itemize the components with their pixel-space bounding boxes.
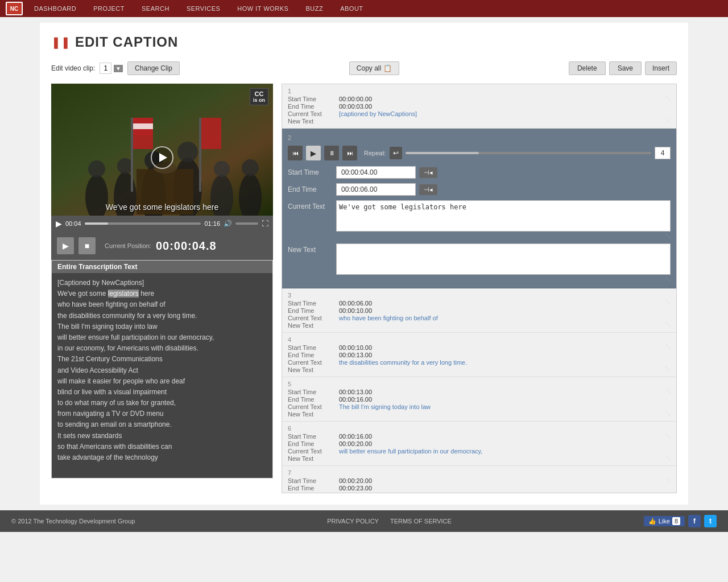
- resize-handle: ⋱: [665, 344, 671, 351]
- start-time-input[interactable]: [336, 166, 416, 179]
- repeat-back-button[interactable]: ↩: [390, 147, 402, 159]
- next-button[interactable]: ⏭: [342, 146, 357, 160]
- caption-num: 4: [288, 336, 671, 343]
- end-label: End Time: [288, 103, 339, 110]
- privacy-policy-link[interactable]: PRIVACY POLICY: [327, 518, 379, 525]
- edit-clip-label: Edit video clip:: [51, 64, 95, 72]
- volume-slider[interactable]: [406, 152, 651, 154]
- repeat-count[interactable]: 4: [655, 147, 671, 159]
- caption-item[interactable]: 3 Start Time 00:00:06.00 ⋱ End Time 00:0…: [282, 288, 676, 333]
- end-time-sync-button[interactable]: ⊣◂: [419, 184, 437, 195]
- start-value: 00:00:10.00: [339, 344, 372, 351]
- video-play-button[interactable]: [151, 146, 173, 169]
- current-text-row: Current Text We've got some legislators …: [288, 200, 671, 239]
- start-time-row: Start Time ⊣◂: [288, 166, 671, 179]
- terms-of-service-link[interactable]: TERMS OF SERVICE: [390, 518, 452, 525]
- clip-arrow-button[interactable]: ▼: [114, 65, 123, 72]
- caption-item[interactable]: 4 Start Time 00:00:10.00 ⋱ End Time 00:0…: [282, 333, 676, 377]
- nav-how-it-works[interactable]: HOW IT WORKS: [237, 5, 288, 12]
- current-label: Current Text: [288, 110, 339, 117]
- svg-rect-20: [133, 123, 153, 129]
- video-caption: We've got some legislators here: [51, 203, 273, 212]
- caption-start-row: Start Time 00:00:06.00 ⋱: [288, 300, 671, 307]
- current-value: the disabilities community for a very lo…: [339, 359, 467, 366]
- transport-stop-button[interactable]: ■: [78, 237, 96, 254]
- volume-fill: [406, 152, 479, 154]
- progress-fill: [85, 222, 108, 225]
- nav-dashboard[interactable]: DASHBOARD: [34, 5, 76, 12]
- volume-track[interactable]: [235, 222, 258, 225]
- caption-end-row: End Time 00:00:10.00: [288, 307, 671, 314]
- change-clip-button[interactable]: Change Clip: [127, 61, 180, 75]
- end-time-input[interactable]: [336, 183, 416, 196]
- resize-handle2: ⋱: [665, 322, 671, 329]
- caption-current-row: Current Text The bill I'm signing today …: [288, 403, 671, 410]
- facebook-icon[interactable]: f: [688, 515, 701, 527]
- mini-play-icon[interactable]: ▶: [56, 219, 62, 228]
- prev-button[interactable]: ⏮: [288, 146, 303, 160]
- caption-item[interactable]: 6 Start Time 00:00:16.00 ⋱ End Time 00:0…: [282, 422, 676, 466]
- facebook-like-button[interactable]: 👍 Like 8: [644, 516, 685, 526]
- caption-end-row: End Time 00:00:16.00: [288, 396, 671, 403]
- transcription-line: to sending an email on a smartphone.: [57, 419, 267, 430]
- current-text-area[interactable]: We've got some legislators here: [336, 200, 671, 232]
- current-time: 00:04: [65, 220, 81, 227]
- svg-rect-22: [199, 118, 201, 192]
- nav-about[interactable]: ABOUT: [340, 5, 363, 12]
- play-button[interactable]: ▶: [306, 146, 321, 160]
- start-time-sync-button[interactable]: ⊣◂: [419, 167, 437, 178]
- caption-item[interactable]: 5 Start Time 00:00:13.00 ⋱ End Time 00:0…: [282, 377, 676, 422]
- caption-num: 2: [288, 134, 671, 141]
- total-time: 01:16: [204, 220, 220, 227]
- cc-badge: CC is on: [250, 88, 268, 105]
- current-label: Current Text: [288, 315, 339, 321]
- transport-play-button[interactable]: ▶: [57, 237, 74, 254]
- page-title: EDIT CAPTION: [75, 34, 178, 50]
- caption-item-active[interactable]: 2 ⏮ ▶ ⏸ ⏭ Repeat: ↩ 4 Start Time ⊣◂ En: [282, 129, 676, 288]
- page-title-row: ❚❚ EDIT CAPTION: [51, 34, 677, 50]
- nav-services[interactable]: SERVICES: [187, 5, 220, 12]
- video-progress-bar: ▶ 00:04 01:16 🔊 ⛶: [51, 216, 273, 232]
- caption-end-row: End Time 00:00:03.00: [288, 103, 671, 110]
- start-label: Start Time: [288, 433, 339, 440]
- save-button[interactable]: Save: [609, 61, 642, 75]
- twitter-icon[interactable]: t: [704, 515, 717, 527]
- progress-track[interactable]: [85, 222, 201, 225]
- caption-current-row: Current Text will better ensure full par…: [288, 448, 671, 455]
- resize-handle: ⋱: [665, 96, 671, 102]
- start-label: Start Time: [288, 96, 339, 102]
- footer-links: PRIVACY POLICY TERMS OF SERVICE: [327, 518, 452, 525]
- fullscreen-button[interactable]: ⛶: [262, 220, 268, 228]
- caption-end-row: End Time 00:00:23.00: [288, 485, 671, 492]
- svg-point-2: [88, 160, 105, 178]
- end-time-row: End Time ⊣◂: [288, 183, 671, 196]
- resize-handle: ⋱: [665, 300, 671, 307]
- new-text-area[interactable]: [336, 243, 671, 275]
- nav-project[interactable]: PROJECT: [93, 5, 125, 12]
- insert-button[interactable]: Insert: [645, 61, 677, 75]
- transcription-body[interactable]: [Captioned by NewCaptions]We've got some…: [52, 273, 272, 478]
- video-background: CC is on We've got some legislators here: [51, 84, 273, 232]
- caption-end-row: End Time 00:00:20.00: [288, 440, 671, 447]
- svg-point-10: [214, 161, 230, 177]
- start-value: 00:00:00.00: [339, 96, 372, 102]
- start-time-label: Start Time: [288, 168, 336, 176]
- nav-search[interactable]: SEARCH: [142, 5, 169, 12]
- svg-point-4: [117, 158, 133, 174]
- caption-item[interactable]: 1 Start Time 00:00:00.00 ⋱ End Time 00:0…: [282, 84, 676, 129]
- end-time-label: End Time: [288, 185, 336, 193]
- nav-buzz[interactable]: BUZZ: [305, 5, 323, 12]
- copy-all-button[interactable]: Copy all 📋: [349, 61, 399, 75]
- pause-button[interactable]: ⏸: [324, 146, 339, 160]
- repeat-label: Repeat:: [364, 150, 386, 156]
- title-icon: ❚❚: [51, 35, 71, 49]
- new-text-row: New Text ⋱: [288, 243, 671, 282]
- start-value: 00:00:16.00: [339, 433, 372, 440]
- transcription-line: take advantage of the technology: [57, 452, 267, 463]
- caption-num: 5: [288, 381, 671, 387]
- caption-item[interactable]: 7 Start Time 00:00:20.00 ⋱ End Time 00:0…: [282, 466, 676, 493]
- new-label: New Text: [288, 118, 339, 125]
- current-label: Current Text: [288, 403, 339, 410]
- current-value: who have been fighting on behalf of: [339, 315, 438, 321]
- delete-button[interactable]: Delete: [569, 61, 606, 75]
